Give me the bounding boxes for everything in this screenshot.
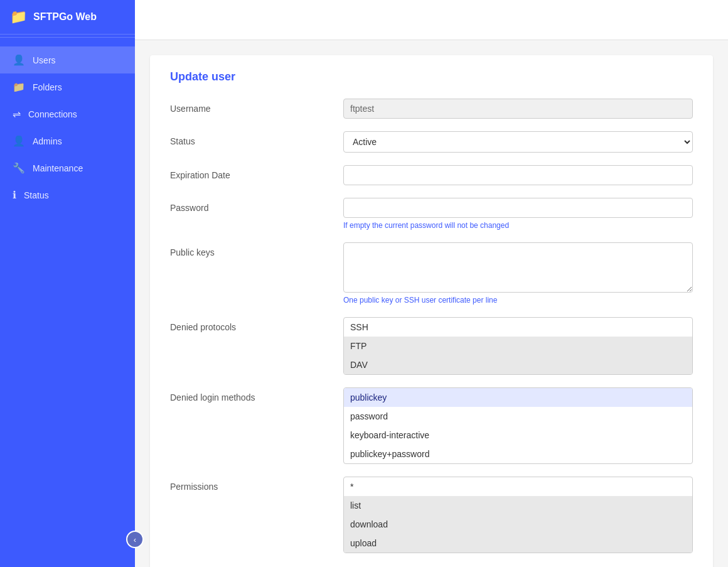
expiration-date-input[interactable] xyxy=(343,165,693,185)
status-control: Active Inactive xyxy=(343,131,693,153)
app-logo-icon: 📁 xyxy=(10,9,27,25)
expiration-date-label: Expiration Date xyxy=(170,165,333,180)
card-title: Update user xyxy=(170,70,693,84)
status-select[interactable]: Active Inactive xyxy=(343,131,693,153)
protocol-option-ftp[interactable]: FTP xyxy=(344,337,692,355)
sidebar-item-admins[interactable]: 👤 Admins xyxy=(0,127,135,154)
public-keys-row: Public keys One public key or SSH user c… xyxy=(170,242,693,305)
perm-option-upload[interactable]: upload xyxy=(344,534,692,553)
permissions-row: Permissions * list download upload xyxy=(170,477,693,553)
expiration-date-row: Expiration Date xyxy=(170,165,693,185)
public-keys-hint: One public key or SSH user certificate p… xyxy=(343,296,693,305)
expiration-date-control xyxy=(343,165,693,185)
perm-option-download[interactable]: download xyxy=(344,515,692,534)
permissions-label: Permissions xyxy=(170,477,333,492)
sidebar-top-divider xyxy=(0,37,135,38)
sidebar-label-connections: Connections xyxy=(28,109,77,119)
username-row: Username xyxy=(170,99,693,119)
denied-login-methods-select[interactable]: publickey password keyboard-interactive … xyxy=(343,387,693,464)
protocol-option-dav[interactable]: DAV xyxy=(344,355,692,374)
main-content: Update user Username Status Active Inact… xyxy=(135,0,728,567)
denied-login-methods-row: Denied login methods publickey password … xyxy=(170,387,693,464)
sidebar-collapse-button[interactable]: ‹ xyxy=(126,531,144,548)
username-input[interactable] xyxy=(343,99,693,119)
sidebar-item-users[interactable]: 👤 Users xyxy=(0,46,135,73)
sidebar-label-maintenance: Maintenance xyxy=(33,163,83,173)
sidebar-label-folders: Folders xyxy=(33,82,62,92)
perm-option-list[interactable]: list xyxy=(344,496,692,515)
top-bar xyxy=(135,0,728,40)
protocol-option-ssh[interactable]: SSH xyxy=(344,318,692,337)
status-icon: ℹ xyxy=(13,189,16,201)
maintenance-icon: 🔧 xyxy=(13,162,25,174)
sidebar-item-folders[interactable]: 📁 Folders xyxy=(0,73,135,100)
password-hint: If empty the current password will not b… xyxy=(343,221,693,230)
login-method-keyboard-interactive[interactable]: keyboard-interactive xyxy=(344,426,692,445)
sidebar-item-connections[interactable]: ⇌ Connections xyxy=(0,100,135,127)
sidebar: 📁 SFTPGo Web 👤 Users 📁 Folders ⇌ Connect… xyxy=(0,0,135,567)
denied-protocols-select[interactable]: SSH FTP DAV xyxy=(343,317,693,375)
sidebar-item-status[interactable]: ℹ Status xyxy=(0,181,135,208)
sidebar-item-maintenance[interactable]: 🔧 Maintenance xyxy=(0,154,135,181)
username-label: Username xyxy=(170,99,333,114)
status-row: Status Active Inactive xyxy=(170,131,693,153)
login-method-publickey[interactable]: publickey xyxy=(344,388,692,407)
connections-icon: ⇌ xyxy=(13,108,21,120)
public-keys-textarea[interactable] xyxy=(343,242,693,293)
sidebar-header: 📁 SFTPGo Web xyxy=(0,0,135,35)
permissions-control: * list download upload xyxy=(343,477,693,553)
denied-protocols-label: Denied protocols xyxy=(170,317,333,332)
sidebar-label-status: Status xyxy=(24,190,49,200)
public-keys-control: One public key or SSH user certificate p… xyxy=(343,242,693,305)
update-user-card: Update user Username Status Active Inact… xyxy=(150,55,713,567)
password-control: If empty the current password will not b… xyxy=(343,198,693,230)
folders-icon: 📁 xyxy=(13,81,25,93)
password-label: Password xyxy=(170,198,333,213)
denied-login-methods-control: publickey password keyboard-interactive … xyxy=(343,387,693,464)
denied-login-methods-label: Denied login methods xyxy=(170,387,333,402)
denied-protocols-row: Denied protocols SSH FTP DAV xyxy=(170,317,693,375)
sidebar-label-admins: Admins xyxy=(33,136,62,146)
perm-option-all[interactable]: * xyxy=(344,477,692,496)
permissions-select[interactable]: * list download upload xyxy=(343,477,693,553)
password-input[interactable] xyxy=(343,198,693,218)
admins-icon: 👤 xyxy=(13,135,25,147)
sidebar-label-users: Users xyxy=(33,55,56,65)
users-icon: 👤 xyxy=(13,54,25,66)
status-label: Status xyxy=(170,131,333,146)
login-method-publickey-password[interactable]: publickey+password xyxy=(344,445,692,463)
app-title: SFTPGo Web xyxy=(33,11,97,23)
public-keys-label: Public keys xyxy=(170,242,333,257)
username-control xyxy=(343,99,693,119)
sidebar-nav: 👤 Users 📁 Folders ⇌ Connections 👤 Admins… xyxy=(0,40,135,567)
password-row: Password If empty the current password w… xyxy=(170,198,693,230)
content-area: Update user Username Status Active Inact… xyxy=(135,40,728,567)
denied-protocols-control: SSH FTP DAV xyxy=(343,317,693,375)
login-method-password[interactable]: password xyxy=(344,407,692,426)
